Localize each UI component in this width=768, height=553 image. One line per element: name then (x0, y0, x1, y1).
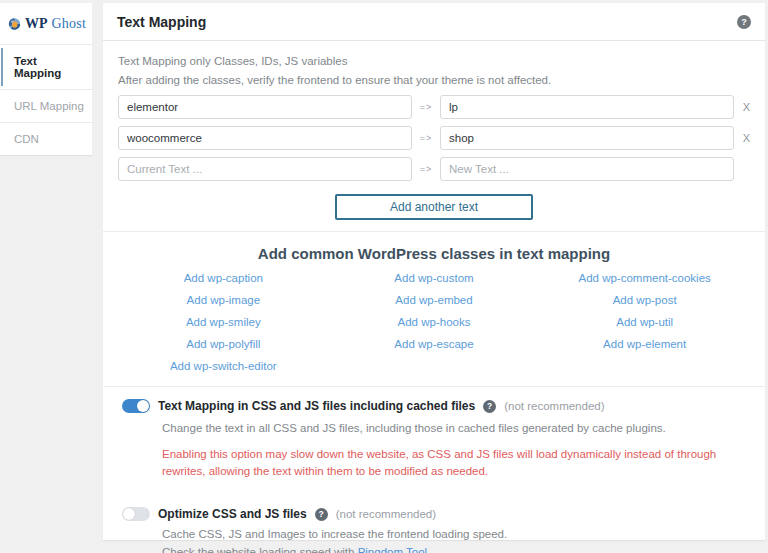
sidebar-item-label: URL Mapping (14, 100, 84, 112)
ghost-logo-icon (8, 11, 21, 37)
add-wp-escape-link[interactable]: Add wp-escape (329, 338, 540, 350)
toggle-knob (137, 400, 149, 412)
panel-header: Text Mapping ? (103, 3, 765, 41)
not-recommended-note: (not recommended) (336, 508, 436, 520)
add-wp-comment-cookies-link[interactable]: Add wp-comment-cookies (539, 272, 750, 284)
not-recommended-note: (not recommended) (504, 400, 604, 412)
sidebar: WP Ghost Text Mapping URL Mapping CDN (0, 3, 92, 155)
arrow-separator: => (412, 133, 440, 143)
optimize-css-js-label: Optimize CSS and JS files (158, 507, 307, 521)
css-js-mapping-description: Change the text in all CSS and JS files,… (162, 421, 750, 437)
css-js-mapping-section: Text Mapping in CSS and JS files includi… (118, 387, 750, 480)
wp-ghost-logo: WP Ghost (0, 3, 92, 44)
speed-check-line: Check the website loading speed with Pin… (162, 545, 750, 553)
common-classes-grid: Add wp-caption Add wp-custom Add wp-comm… (118, 272, 750, 372)
add-wp-hooks-link[interactable]: Add wp-hooks (329, 316, 540, 328)
mapping-row: => X (118, 157, 750, 181)
text-mapping-panel: Text Mapping ? Text Mapping only Classes… (103, 3, 765, 540)
add-wp-post-link[interactable]: Add wp-post (539, 294, 750, 306)
optimize-css-js-section: Optimize CSS and JS files ? (not recomme… (118, 480, 750, 553)
sidebar-item-cdn[interactable]: CDN (0, 122, 92, 155)
optimize-css-js-toggle-row: Optimize CSS and JS files ? (not recomme… (122, 507, 750, 521)
current-text-input[interactable] (118, 95, 412, 119)
help-icon[interactable]: ? (737, 15, 751, 29)
remove-row-button[interactable]: X (734, 132, 750, 144)
arrow-separator: => (412, 164, 440, 174)
sidebar-item-label: CDN (14, 133, 39, 145)
add-wp-caption-link[interactable]: Add wp-caption (118, 272, 329, 284)
css-js-mapping-toggle-row: Text Mapping in CSS and JS files includi… (122, 399, 750, 413)
add-another-text-button[interactable]: Add another text (335, 194, 533, 220)
logo-ghost: Ghost (52, 16, 86, 31)
intro-line-1: Text Mapping only Classes, IDs, JS varia… (118, 55, 750, 67)
remove-row-button[interactable]: X (734, 101, 750, 113)
arrow-separator: => (412, 102, 440, 112)
page-title: Text Mapping (117, 14, 206, 30)
add-wp-polyfill-link[interactable]: Add wp-polyfill (118, 338, 329, 350)
sidebar-item-url-mapping[interactable]: URL Mapping (0, 89, 92, 122)
add-wp-embed-link[interactable]: Add wp-embed (329, 294, 540, 306)
css-js-mapping-warning: Enabling this option may slow down the w… (162, 446, 762, 481)
logo-wp: WP (25, 16, 48, 31)
speed-check-prefix: Check the website loading speed with (162, 546, 358, 553)
css-js-mapping-label: Text Mapping in CSS and JS files includi… (158, 399, 475, 413)
help-icon[interactable]: ? (315, 508, 328, 521)
add-wp-custom-link[interactable]: Add wp-custom (329, 272, 540, 284)
logo-text: WP Ghost (25, 16, 86, 32)
help-icon[interactable]: ? (483, 400, 496, 413)
section-divider (103, 231, 765, 232)
css-js-mapping-toggle[interactable] (122, 399, 150, 413)
mapping-row: => X (118, 126, 750, 150)
current-text-input[interactable] (118, 126, 412, 150)
new-text-input[interactable] (440, 157, 734, 181)
add-wp-smiley-link[interactable]: Add wp-smiley (118, 316, 329, 328)
new-text-input[interactable] (440, 95, 734, 119)
panel-body: Text Mapping only Classes, IDs, JS varia… (103, 41, 765, 553)
intro-line-2: After adding the classes, verify the fro… (118, 74, 750, 86)
add-wp-switch-editor-link[interactable]: Add wp-switch-editor (118, 360, 329, 372)
optimize-css-js-toggle[interactable] (122, 507, 150, 521)
add-button-row: Add another text (118, 194, 750, 220)
sidebar-item-text-mapping[interactable]: Text Mapping (0, 44, 92, 89)
current-text-input[interactable] (118, 157, 412, 181)
common-classes-heading: Add common WordPress classes in text map… (118, 245, 750, 262)
mapping-row: => X (118, 95, 750, 119)
add-wp-util-link[interactable]: Add wp-util (539, 316, 750, 328)
toggle-knob (123, 508, 135, 520)
add-wp-element-link[interactable]: Add wp-element (539, 338, 750, 350)
mapping-rows: => X => X => X (118, 95, 750, 181)
pingdom-tool-link[interactable]: Pingdom Tool (358, 546, 427, 553)
new-text-input[interactable] (440, 126, 734, 150)
sidebar-item-label: Text Mapping (14, 55, 61, 79)
optimize-description: Cache CSS, JS and Images to increase the… (162, 527, 750, 543)
add-wp-image-link[interactable]: Add wp-image (118, 294, 329, 306)
